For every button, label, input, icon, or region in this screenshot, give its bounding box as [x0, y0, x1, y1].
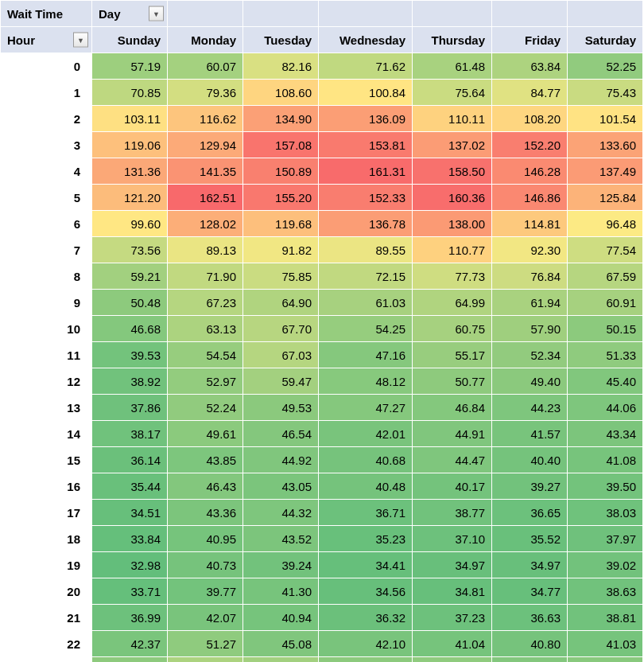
heatmap-cell[interactable]: 133.60 — [568, 132, 643, 158]
heatmap-cell[interactable]: 89.13 — [168, 237, 243, 263]
heatmap-cell[interactable]: 89.55 — [319, 237, 413, 263]
heatmap-cell[interactable]: 47.16 — [319, 342, 413, 368]
heatmap-cell[interactable]: 44.23 — [492, 395, 568, 421]
heatmap-cell[interactable]: 75.85 — [243, 263, 319, 290]
heatmap-cell[interactable]: 38.77 — [413, 500, 492, 526]
heatmap-cell[interactable]: 136.78 — [319, 211, 413, 237]
col-header-tuesday[interactable]: Tuesday — [243, 27, 319, 53]
heatmap-cell[interactable]: 35.23 — [319, 526, 413, 552]
heatmap-cell[interactable]: 161.31 — [319, 158, 413, 185]
heatmap-cell[interactable]: 57.19 — [92, 53, 168, 80]
heatmap-cell[interactable]: 40.68 — [319, 447, 413, 473]
heatmap-cell[interactable]: 43.85 — [168, 447, 243, 473]
col-header-monday[interactable]: Monday — [168, 27, 243, 53]
heatmap-cell[interactable]: 41.57 — [492, 421, 568, 447]
heatmap-cell[interactable]: 49.53 — [243, 395, 319, 421]
heatmap-cell[interactable]: 110.77 — [413, 237, 492, 263]
heatmap-cell[interactable]: 40.48 — [319, 473, 413, 500]
heatmap-cell[interactable]: 50.48 — [92, 290, 168, 316]
heatmap-cell[interactable]: 43.05 — [243, 473, 319, 500]
heatmap-cell[interactable]: 116.62 — [168, 106, 243, 132]
heatmap-cell[interactable]: 46.84 — [413, 395, 492, 421]
heatmap-cell[interactable]: 52.34 — [492, 342, 568, 368]
heatmap-cell[interactable]: 119.06 — [92, 132, 168, 158]
heatmap-cell[interactable]: 45.08 — [243, 631, 319, 657]
heatmap-cell[interactable]: 57.90 — [492, 316, 568, 342]
col-header-thursday[interactable]: Thursday — [413, 27, 492, 53]
heatmap-cell[interactable]: 42.10 — [319, 631, 413, 657]
heatmap-cell[interactable]: 44.32 — [243, 500, 319, 526]
heatmap-cell[interactable]: 38.92 — [92, 368, 168, 395]
heatmap-cell[interactable]: 34.51 — [92, 500, 168, 526]
row-field-label[interactable]: Hour ▼ — [1, 27, 92, 53]
heatmap-cell[interactable]: 119.68 — [243, 211, 319, 237]
heatmap-cell[interactable]: 71.62 — [319, 53, 413, 80]
heatmap-cell[interactable]: 51.11 — [413, 657, 492, 663]
heatmap-cell[interactable]: 75.64 — [413, 80, 492, 106]
heatmap-cell[interactable]: 41.03 — [568, 631, 643, 657]
heatmap-cell[interactable]: 34.41 — [319, 552, 413, 578]
heatmap-cell[interactable]: 138.00 — [413, 211, 492, 237]
heatmap-cell[interactable]: 77.54 — [568, 237, 643, 263]
heatmap-cell[interactable]: 44.91 — [413, 421, 492, 447]
heatmap-cell[interactable]: 59.47 — [243, 368, 319, 395]
heatmap-cell[interactable]: 44.47 — [413, 447, 492, 473]
heatmap-cell[interactable]: 40.17 — [413, 473, 492, 500]
heatmap-cell[interactable]: 48.12 — [319, 368, 413, 395]
heatmap-cell[interactable]: 155.20 — [243, 185, 319, 211]
heatmap-cell[interactable]: 40.40 — [492, 447, 568, 473]
heatmap-cell[interactable]: 84.77 — [492, 80, 568, 106]
heatmap-cell[interactable]: 128.02 — [168, 211, 243, 237]
heatmap-cell[interactable]: 39.24 — [243, 552, 319, 578]
heatmap-cell[interactable]: 131.36 — [92, 158, 168, 185]
heatmap-cell[interactable]: 52.97 — [168, 368, 243, 395]
heatmap-cell[interactable]: 61.03 — [319, 290, 413, 316]
heatmap-cell[interactable]: 59.21 — [92, 263, 168, 290]
dropdown-icon[interactable]: ▼ — [149, 6, 164, 21]
heatmap-cell[interactable]: 61.94 — [492, 290, 568, 316]
heatmap-cell[interactable]: 46.68 — [92, 316, 168, 342]
heatmap-cell[interactable]: 67.03 — [243, 342, 319, 368]
heatmap-cell[interactable]: 91.82 — [243, 237, 319, 263]
heatmap-cell[interactable]: 34.97 — [492, 552, 568, 578]
heatmap-cell[interactable]: 41.04 — [413, 631, 492, 657]
heatmap-cell[interactable]: 38.17 — [92, 421, 168, 447]
heatmap-cell[interactable]: 54.54 — [168, 342, 243, 368]
heatmap-cell[interactable]: 49.83 — [319, 657, 413, 663]
heatmap-cell[interactable]: 146.86 — [492, 185, 568, 211]
heatmap-cell[interactable]: 43.36 — [168, 500, 243, 526]
heatmap-cell[interactable]: 46.54 — [243, 421, 319, 447]
heatmap-cell[interactable]: 110.11 — [413, 106, 492, 132]
col-header-wednesday[interactable]: Wednesday — [319, 27, 413, 53]
heatmap-cell[interactable]: 43.52 — [243, 526, 319, 552]
heatmap-cell[interactable]: 134.90 — [243, 106, 319, 132]
heatmap-cell[interactable]: 42.37 — [92, 631, 168, 657]
heatmap-cell[interactable]: 67.70 — [243, 316, 319, 342]
heatmap-cell[interactable]: 64.90 — [243, 290, 319, 316]
heatmap-cell[interactable]: 141.35 — [168, 158, 243, 185]
heatmap-cell[interactable]: 48.25 — [568, 657, 643, 663]
heatmap-cell[interactable]: 37.86 — [92, 395, 168, 421]
heatmap-cell[interactable]: 50.77 — [413, 368, 492, 395]
heatmap-cell[interactable]: 34.77 — [492, 578, 568, 605]
heatmap-cell[interactable]: 42.01 — [319, 421, 413, 447]
heatmap-cell[interactable]: 32.98 — [92, 552, 168, 578]
heatmap-cell[interactable]: 72.15 — [319, 263, 413, 290]
heatmap-cell[interactable]: 49.61 — [168, 421, 243, 447]
heatmap-cell[interactable]: 41.08 — [568, 447, 643, 473]
dropdown-icon[interactable]: ▼ — [73, 33, 88, 48]
heatmap-cell[interactable]: 60.91 — [568, 290, 643, 316]
heatmap-cell[interactable]: 137.49 — [568, 158, 643, 185]
heatmap-cell[interactable]: 114.81 — [492, 211, 568, 237]
heatmap-cell[interactable]: 73.56 — [92, 237, 168, 263]
heatmap-cell[interactable]: 64.99 — [413, 290, 492, 316]
heatmap-cell[interactable]: 108.60 — [243, 80, 319, 106]
heatmap-cell[interactable]: 158.50 — [413, 158, 492, 185]
heatmap-cell[interactable]: 33.71 — [92, 578, 168, 605]
heatmap-cell[interactable]: 47.27 — [319, 395, 413, 421]
heatmap-cell[interactable]: 67.23 — [168, 290, 243, 316]
heatmap-cell[interactable]: 146.28 — [492, 158, 568, 185]
heatmap-cell[interactable]: 37.10 — [413, 526, 492, 552]
heatmap-cell[interactable]: 100.84 — [319, 80, 413, 106]
heatmap-cell[interactable]: 75.43 — [568, 80, 643, 106]
